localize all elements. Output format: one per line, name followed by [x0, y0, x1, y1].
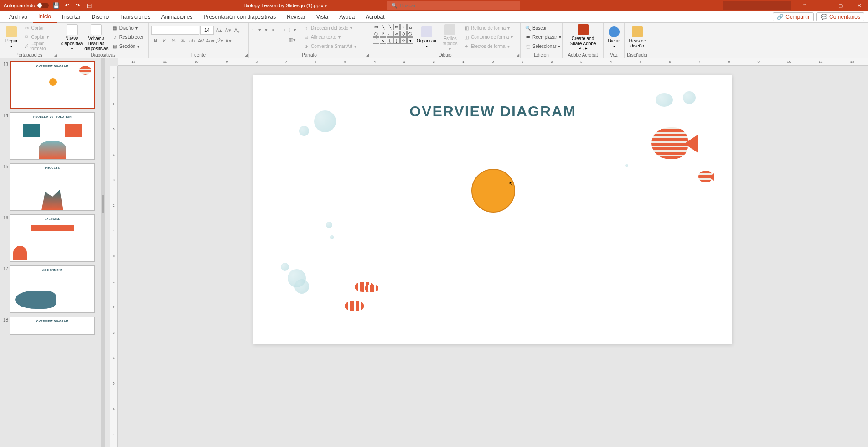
group-label-disenador: Diseñador [625, 52, 650, 57]
thumbnail-slide-13[interactable]: OVERVIEW DIAGRAM [10, 61, 95, 109]
select-icon: ⬚ [525, 43, 531, 49]
slide-canvas[interactable]: OVERVIEW DIAGRAM [253, 75, 732, 344]
thumbnail-slide-17[interactable]: ASSIGNMENT [10, 265, 95, 313]
layout-button[interactable]: ▦Diseño ▾ [110, 24, 145, 32]
vertical-splitter[interactable] [101, 58, 105, 447]
adobe-pdf-button[interactable]: Create and Share Adobe PDF [565, 24, 600, 51]
minimize-icon[interactable]: — [813, 0, 832, 11]
search-icon: 🔍 [525, 25, 531, 31]
font-color-button[interactable]: A▾ [224, 36, 232, 45]
bold-button[interactable]: N [151, 36, 160, 45]
highlight-button[interactable]: 🖍▾ [215, 36, 223, 45]
decrease-font-icon[interactable]: A▾ [224, 26, 232, 34]
new-slide-button[interactable]: Nueva diapositiva▾ [61, 24, 83, 51]
format-painter-button[interactable]: 🖌Copiar formato [22, 42, 55, 50]
arrange-button[interactable]: Organizar▾ [415, 24, 438, 51]
align-text-button[interactable]: ⊟Alinear texto ▾ [302, 33, 358, 41]
search-input[interactable] [400, 3, 516, 8]
redo-icon[interactable]: ↷ [74, 2, 82, 9]
shapes-gallery[interactable]: ▭╲╲▭○△ ⬡↗⌐▱◇⬠ ⌒∿{}☆▾ [373, 24, 413, 44]
select-button[interactable]: ⬚Seleccionar ▾ [523, 42, 563, 50]
undo-icon[interactable]: ↶ [63, 2, 71, 9]
shape-outline-button[interactable]: ◫Contorno de forma ▾ [462, 33, 515, 41]
tab-transiciones[interactable]: Transiciones [114, 11, 156, 23]
italic-button[interactable]: K [160, 36, 169, 45]
tab-insertar[interactable]: Insertar [57, 11, 86, 23]
thumbnail-slide-15[interactable]: PROCESS [10, 163, 95, 211]
clownfish-illustration [345, 301, 364, 311]
copy-button[interactable]: ⧉Copiar ▾ [22, 33, 55, 41]
quick-styles-button[interactable]: Estilos rápidos▾ [440, 24, 460, 51]
tab-revisar[interactable]: Revisar [281, 11, 311, 23]
text-direction-button[interactable]: ↕Dirección del texto ▾ [302, 24, 358, 32]
bubble-decoration [683, 91, 696, 104]
replace-button[interactable]: ⇄Reemplazar ▾ [523, 33, 563, 41]
section-button[interactable]: ▤Sección ▾ [110, 42, 145, 50]
font-size-input[interactable] [200, 26, 214, 35]
circle-shape[interactable] [471, 169, 515, 213]
shape-fill-button[interactable]: ◧Relleno de forma ▾ [462, 24, 515, 32]
group-expand-icon[interactable]: ◢ [366, 53, 369, 57]
group-label-fuente: Fuente [149, 52, 248, 57]
cut-button[interactable]: ✂Cortar [22, 24, 55, 32]
font-name-input[interactable] [151, 26, 199, 35]
shadow-button[interactable]: ab [188, 36, 196, 45]
close-icon[interactable]: ✕ [850, 0, 868, 11]
dictate-button[interactable]: Dictar▾ [606, 24, 621, 51]
justify-button[interactable]: ≡ [279, 36, 287, 44]
paste-button[interactable]: Pegar▾ [3, 24, 21, 51]
tab-vista[interactable]: Vista [311, 11, 334, 23]
search-box[interactable]: 🔍 [388, 1, 520, 10]
align-right-button[interactable]: ≡ [270, 36, 278, 44]
line-spacing-button[interactable]: ‡≡▾ [288, 26, 296, 34]
tab-diseno[interactable]: Diseño [86, 11, 114, 23]
numbering-button[interactable]: ≡▾ [261, 26, 269, 34]
group-expand-icon[interactable]: ◢ [517, 53, 519, 57]
scissors-icon: ✂ [24, 25, 30, 31]
align-center-button[interactable]: ≡ [261, 36, 269, 44]
thumbnail-slide-16[interactable]: EXERCISE [10, 214, 95, 262]
group-expand-icon[interactable]: ◢ [54, 53, 57, 57]
align-left-button[interactable]: ≡ [252, 36, 260, 44]
slide-thumbnails-panel[interactable]: 13 OVERVIEW DIAGRAM 14 PROBLEM VS. SOLUT… [0, 58, 101, 447]
reset-button[interactable]: ↺Restablecer [110, 33, 145, 41]
strike-button[interactable]: S̶ [179, 36, 187, 45]
fish-illustration-small [695, 171, 714, 184]
tab-acrobat[interactable]: Acrobat [360, 11, 390, 23]
tab-ayuda[interactable]: Ayuda [334, 11, 360, 23]
bubble-decoration [294, 279, 309, 294]
maximize-icon[interactable]: ▢ [832, 0, 850, 11]
save-icon[interactable]: 💾 [52, 2, 60, 9]
ribbon: Pegar▾ ✂Cortar ⧉Copiar ▾ 🖌Copiar formato… [0, 23, 868, 58]
shape-effects-button[interactable]: ✦Efectos de forma ▾ [462, 42, 515, 50]
reuse-slides-button[interactable]: Volver a usar las diapositivas [84, 24, 108, 51]
bullets-button[interactable]: ⋮≡▾ [252, 26, 260, 34]
tab-presentacion[interactable]: Presentación con diapositivas [198, 11, 281, 23]
thumbnail-slide-18[interactable]: OVERVIEW DIAGRAM [10, 317, 95, 335]
columns-button[interactable]: ▥▾ [288, 36, 296, 44]
toggle-switch[interactable] [37, 3, 49, 8]
design-ideas-button[interactable]: Ideas de diseño [627, 24, 647, 51]
case-button[interactable]: Aa▾ [206, 36, 214, 45]
slideshow-icon[interactable]: ▤ [85, 2, 93, 9]
share-button[interactable]: 🔗 Compartir [773, 12, 814, 21]
underline-button[interactable]: S [170, 36, 178, 45]
tab-archivo[interactable]: Archivo [4, 11, 33, 23]
user-badge[interactable] [723, 1, 791, 10]
find-button[interactable]: 🔍Buscar [523, 24, 563, 32]
bubble-decoration [656, 93, 673, 107]
indent-button[interactable]: ⇥ [279, 26, 287, 34]
spacing-button[interactable]: AV [197, 36, 205, 45]
clear-format-icon[interactable]: Aᵩ [233, 26, 241, 34]
thumb-number: 15 [2, 163, 8, 211]
tab-animaciones[interactable]: Animaciones [156, 11, 198, 23]
tab-inicio[interactable]: Inicio [33, 11, 57, 23]
ribbon-display-icon[interactable]: ⌃ [795, 0, 813, 11]
increase-font-icon[interactable]: A▴ [215, 26, 223, 34]
smartart-button[interactable]: ⬗Convertir a SmartArt ▾ [302, 42, 358, 50]
comments-button[interactable]: 💬 Comentarios [816, 12, 864, 21]
outdent-button[interactable]: ⇤ [270, 26, 278, 34]
thumbnail-slide-14[interactable]: PROBLEM VS. SOLUTION [10, 112, 95, 160]
group-expand-icon[interactable]: ◢ [245, 53, 248, 57]
autosave-toggle[interactable]: Autoguardado [4, 3, 49, 8]
